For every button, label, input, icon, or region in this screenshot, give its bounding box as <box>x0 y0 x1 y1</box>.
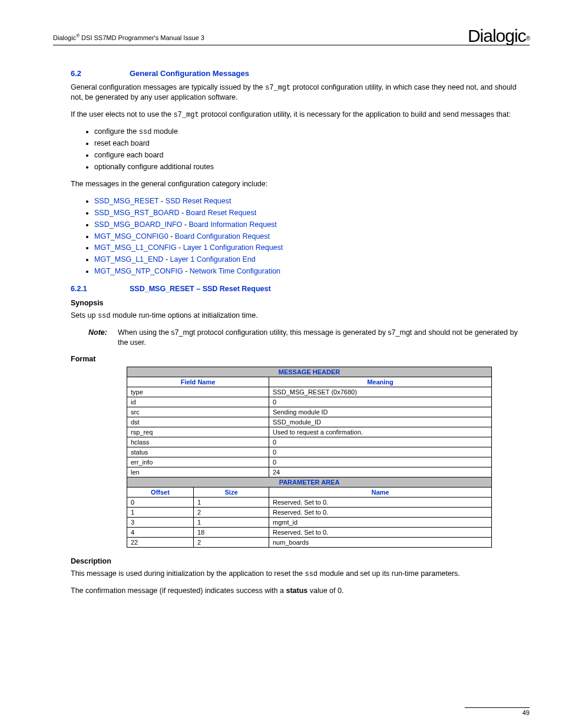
col-name: Name <box>269 487 492 498</box>
list-item: MGT_MSG_NTP_CONFIG - Network Time Config… <box>94 266 530 276</box>
synopsis-text: Sets up ssd module run-time options at i… <box>71 311 530 321</box>
msg-desc-link[interactable]: Board Information Request <box>189 220 276 229</box>
description-p1: This message is used during initializati… <box>71 569 530 579</box>
page-header: Dialogic® DSI SS7MD Programmer's Manual … <box>53 24 530 45</box>
msg-desc-link[interactable]: Board Configuration Request <box>175 232 270 241</box>
note-label: Note: <box>88 328 118 348</box>
table-row: 418Reserved. Set to 0. <box>127 528 492 538</box>
msg-link[interactable]: SSD_MSG_RESET <box>94 197 159 205</box>
table-row: 222num_boards <box>127 538 492 548</box>
note-text: When using the s7_mgt protocol configura… <box>118 328 530 348</box>
table-row: err_info0 <box>127 457 492 467</box>
message-list: SSD_MSG_RESET - SSD Reset Request SSD_MS… <box>71 196 530 276</box>
msg-link[interactable]: MGT_MSG_L1_END <box>94 255 163 263</box>
section-6-2-p1: General configuration messages are typic… <box>71 83 530 103</box>
msg-desc-link[interactable]: Board Reset Request <box>186 209 257 217</box>
note-block: Note: When using the s7_mgt protocol con… <box>88 328 530 348</box>
table-row: status0 <box>127 447 492 457</box>
msg-desc-link[interactable]: SSD Reset Request <box>166 197 232 205</box>
header-title: Dialogic® DSI SS7MD Programmer's Manual … <box>53 33 204 44</box>
list-item: configure each board <box>94 150 530 160</box>
msg-link[interactable]: MGT_MSG_NTP_CONFIG <box>94 267 183 275</box>
list-item: SSD_MSG_RST_BOARD - Board Reset Request <box>94 208 530 218</box>
list-item: SSD_MSG_BOARD_INFO - Board Information R… <box>94 220 530 230</box>
table-row: rsp_reqUsed to request a confirmation. <box>127 427 492 437</box>
list-item: MGT_MSG_CONFIG0 - Board Configuration Re… <box>94 232 530 242</box>
section-6-2-1-heading: 6.2.1SSD_MSG_RESET – SSD Reset Request <box>71 285 530 293</box>
list-item: configure the ssd module <box>94 127 530 137</box>
description-p2: The confirmation message (if requested) … <box>71 586 530 596</box>
section-6-2-heading: 6.2General Configuration Messages <box>71 69 530 78</box>
col-size: Size <box>194 487 269 498</box>
page-number: 49 <box>465 707 530 716</box>
msg-link[interactable]: MGT_MSG_L1_CONFIG <box>94 243 177 252</box>
col-meaning: Meaning <box>269 377 492 387</box>
msg-link[interactable]: SSD_MSG_BOARD_INFO <box>94 220 182 229</box>
col-field-name: Field Name <box>127 377 269 387</box>
list-item: MGT_MSG_L1_END - Layer 1 Configuration E… <box>94 255 530 265</box>
table-section-header: PARAMETER AREA <box>127 477 492 487</box>
table-row: id0 <box>127 397 492 407</box>
msg-desc-link[interactable]: Network Time Configuration <box>190 267 280 275</box>
msg-desc-link[interactable]: Layer 1 Configuration Request <box>183 243 283 252</box>
table-section-header: MESSAGE HEADER <box>127 367 492 377</box>
dialogic-logo: Dialogic® <box>468 26 530 46</box>
message-format-table: MESSAGE HEADER Field Name Meaning typeSS… <box>127 367 492 548</box>
table-row: dstSSD_module_ID <box>127 417 492 427</box>
section-6-2-p3: The messages in the general configuratio… <box>71 179 530 189</box>
section-6-2-p2: If the user elects not to use the s7_mgt… <box>71 110 530 120</box>
list-item: optionally configure additional routes <box>94 162 530 172</box>
table-row: 31mgmt_id <box>127 518 492 528</box>
table-row: len24 <box>127 467 492 477</box>
config-actions-list: configure the ssd module reset each boar… <box>71 127 530 172</box>
table-row: 01Reserved. Set to 0. <box>127 498 492 508</box>
msg-link[interactable]: MGT_MSG_CONFIG0 <box>94 232 168 241</box>
format-label: Format <box>71 355 530 363</box>
synopsis-label: Synopsis <box>71 299 530 307</box>
list-item: SSD_MSG_RESET - SSD Reset Request <box>94 196 530 206</box>
msg-desc-link[interactable]: Layer 1 Configuration End <box>170 255 256 263</box>
table-row: 12Reserved. Set to 0. <box>127 508 492 518</box>
msg-link[interactable]: SSD_MSG_RST_BOARD <box>94 209 179 217</box>
list-item: MGT_MSG_L1_CONFIG - Layer 1 Configuratio… <box>94 243 530 253</box>
description-label: Description <box>71 557 530 565</box>
list-item: reset each board <box>94 139 530 149</box>
table-row: hclass0 <box>127 437 492 447</box>
col-offset: Offset <box>127 487 194 498</box>
table-row: srcSending module ID <box>127 407 492 417</box>
table-row: typeSSD_MSG_RESET (0x7680) <box>127 387 492 397</box>
